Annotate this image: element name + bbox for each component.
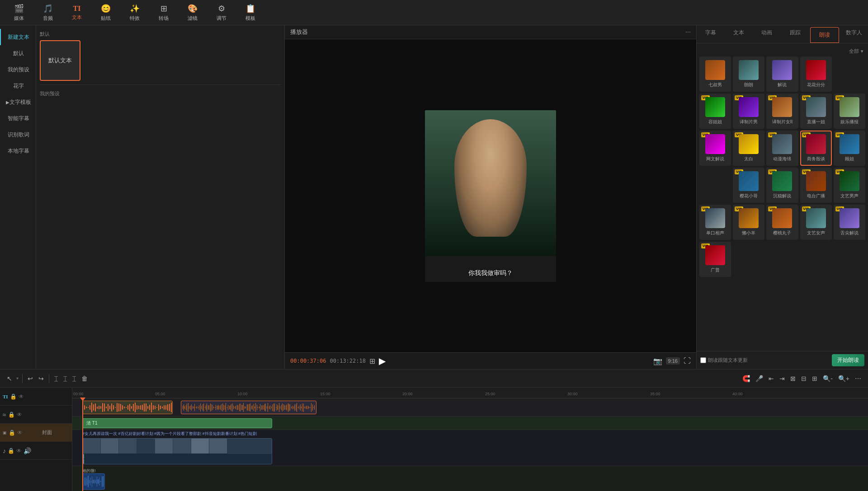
voice-item-v8[interactable]: VIP 直播一姐: [800, 94, 832, 129]
voice-item-v2[interactable]: 朗朗: [733, 56, 764, 92]
voice-item-v24[interactable]: VIP 广普: [699, 242, 731, 277]
voice-item-v16[interactable]: VIP 沉稳解说: [766, 168, 798, 203]
voice-item-v10[interactable]: VIP 网文解说: [699, 131, 731, 166]
tl-ctrl-end[interactable]: ⋯: [854, 374, 863, 383]
voice-grid: 七叔男 朗朗 解说 花花分分 VIP 容姐姐: [699, 56, 865, 277]
zoom-out-btn[interactable]: 🔍-: [821, 374, 834, 383]
voice-item-v12[interactable]: VIP 动漫海绵: [766, 131, 798, 166]
nav-my-preset[interactable]: 我的预设: [0, 61, 36, 78]
left-nav: 新建文本 默认 我的预设 花字 ▶ 文字模板 智能字幕 识别歌词 本地字幕: [0, 25, 36, 369]
nav-local-subtitle[interactable]: 本地字幕: [0, 143, 36, 159]
right-panel: 字幕 文本 动画 跟踪 朗读 数字人 全部 ▾: [696, 25, 868, 369]
voice-item-v7[interactable]: VIP 译制片女II: [766, 94, 798, 129]
split-btn-3[interactable]: ⌶: [71, 374, 77, 383]
aspect-ratio-badge[interactable]: 9:16: [666, 357, 680, 365]
voice-item-v6[interactable]: VIP 译制片男: [733, 94, 764, 129]
thumb-1: [83, 439, 101, 454]
undo-btn[interactable]: ↩: [26, 374, 34, 383]
nav-smart-subtitle[interactable]: 智能字幕: [0, 110, 36, 126]
nav-text-template[interactable]: ▶ 文字模板: [0, 94, 36, 110]
voice-item-v11[interactable]: VIP 太白: [733, 131, 764, 166]
tool-sticker[interactable]: 😊 贴纸: [92, 2, 119, 23]
voice-item-v23[interactable]: VIP 舌尖解说: [834, 205, 865, 240]
voice-item-v20[interactable]: VIP 懒小羊: [733, 205, 764, 240]
timeline-content: TI 🔒 👁 ≈ 🔒 👁 ▣ 🔒 👁 封面 ♪ 🔒 👁: [0, 388, 868, 491]
split-btn-2[interactable]: ⌶: [62, 374, 68, 383]
voice-item-v21[interactable]: VIP 樱桃丸子: [766, 205, 798, 240]
tool-media[interactable]: 🎬 媒体: [5, 2, 33, 23]
text-track-eye[interactable]: 👁: [19, 393, 24, 400]
voice-item-v14[interactable]: VIP 顾姐: [834, 131, 865, 166]
video-track-label: ▣ 🔒 👁 封面: [0, 424, 72, 442]
tl-ctrl-5[interactable]: ⊞: [811, 374, 819, 383]
nav-flower-text[interactable]: 花字: [0, 78, 36, 94]
music-track-lock[interactable]: 🔒: [8, 448, 14, 454]
voice-thumb-12: [772, 134, 792, 154]
audio-clip[interactable]: 清 T1: [82, 418, 272, 428]
follow-checkbox-label[interactable]: 朗读跟随文本更新: [700, 357, 748, 364]
mic-btn[interactable]: 🎤: [754, 374, 764, 383]
zoom-in-btn[interactable]: 🔍+: [837, 374, 851, 383]
tl-ctrl-4[interactable]: ⊟: [800, 374, 808, 383]
camera-btn[interactable]: 📷: [653, 357, 662, 365]
select-tool-btn[interactable]: ↖: [5, 374, 14, 383]
subtitle-overlay: 你我我做审吗？: [425, 269, 556, 277]
voice-item-v1[interactable]: 七叔男: [699, 56, 731, 92]
tool-filter[interactable]: 🎨 滤镜: [179, 2, 206, 23]
text-clip[interactable]: [82, 401, 173, 414]
current-time: 00:00:37:06: [290, 358, 326, 364]
voice-item-v5[interactable]: VIP 容姐姐: [699, 94, 731, 129]
voice-item-v19[interactable]: VIP 单口相声: [699, 205, 731, 240]
nav-new-text[interactable]: 新建文本: [0, 29, 36, 45]
play-button[interactable]: ▶: [379, 355, 386, 366]
nav-recognize-lyrics[interactable]: 识别歌词: [0, 126, 36, 143]
music-track-eye[interactable]: 👁: [16, 448, 22, 454]
voice-item-v3[interactable]: 解说: [766, 56, 798, 92]
grid-view-btn[interactable]: ⊞: [369, 357, 375, 365]
preset-default-text[interactable]: 默认文本: [40, 40, 80, 81]
magnet-btn[interactable]: 🧲: [741, 374, 751, 383]
tool-adjust[interactable]: ⚙ 调节: [208, 2, 235, 23]
voice-item-v13[interactable]: VIP 商务殷谈: [800, 131, 832, 166]
split-btn-1[interactable]: ⌶: [53, 374, 59, 383]
tool-effects[interactable]: ✨ 特效: [121, 2, 148, 23]
video-track-lock[interactable]: 🔒: [9, 430, 15, 436]
delete-btn[interactable]: 🗑: [80, 374, 89, 383]
fullscreen-btn[interactable]: ⛶: [684, 357, 691, 365]
tab-narration[interactable]: 朗读: [810, 27, 839, 43]
text-clip-2[interactable]: [181, 401, 316, 414]
audio-sub-eye[interactable]: 👁: [17, 412, 22, 418]
voice-item-v9[interactable]: VIP 娱乐播报: [834, 94, 865, 129]
nav-default[interactable]: 默认: [0, 45, 36, 61]
tool-audio[interactable]: 🎵 音频: [34, 2, 61, 23]
tab-text[interactable]: 文本: [725, 25, 753, 43]
tab-digital-human[interactable]: 数字人: [840, 25, 868, 43]
video-clip[interactable]: [82, 438, 272, 464]
voice-item-v17[interactable]: VIP 电台广播: [800, 168, 832, 203]
tab-subtitle[interactable]: 字幕: [697, 25, 725, 43]
music-volume-icon[interactable]: 🔊: [24, 447, 31, 454]
tool-text[interactable]: TI 文本: [63, 2, 90, 23]
start-narration-button[interactable]: 开始朗读: [832, 354, 864, 366]
tab-animation[interactable]: 动画: [753, 25, 781, 43]
voice-item-v18[interactable]: VIP 文艺男声: [834, 168, 865, 203]
tool-template[interactable]: 📋 模板: [237, 2, 264, 23]
voice-item-v4[interactable]: 花花分分: [800, 56, 832, 92]
small-music-clip[interactable]: [82, 473, 105, 490]
audio-sub-lock[interactable]: 🔒: [8, 412, 15, 418]
tab-tracking[interactable]: 跟踪: [781, 25, 809, 43]
tl-ctrl-1[interactable]: ⇤: [767, 374, 775, 383]
video-track-eye[interactable]: 👁: [17, 430, 23, 436]
voice-item-v22[interactable]: VIP 文艺女声: [800, 205, 832, 240]
filter-bar[interactable]: 全部 ▾: [699, 46, 865, 56]
filter-icon: ▾: [861, 48, 863, 54]
redo-btn[interactable]: ↪: [37, 374, 45, 383]
player-menu-icon[interactable]: ⋯: [685, 29, 691, 35]
tl-ctrl-2[interactable]: ⇥: [778, 374, 786, 383]
tool-transition[interactable]: ⊞ 转场: [150, 2, 177, 23]
tl-ctrl-3[interactable]: ⊠: [789, 374, 797, 383]
follow-checkbox[interactable]: [700, 357, 706, 363]
text-track-lock[interactable]: 🔒: [10, 393, 17, 400]
voice-item-v15[interactable]: VIP 樱花小哥: [733, 168, 764, 203]
select-dropdown-icon[interactable]: ▾: [16, 376, 19, 381]
